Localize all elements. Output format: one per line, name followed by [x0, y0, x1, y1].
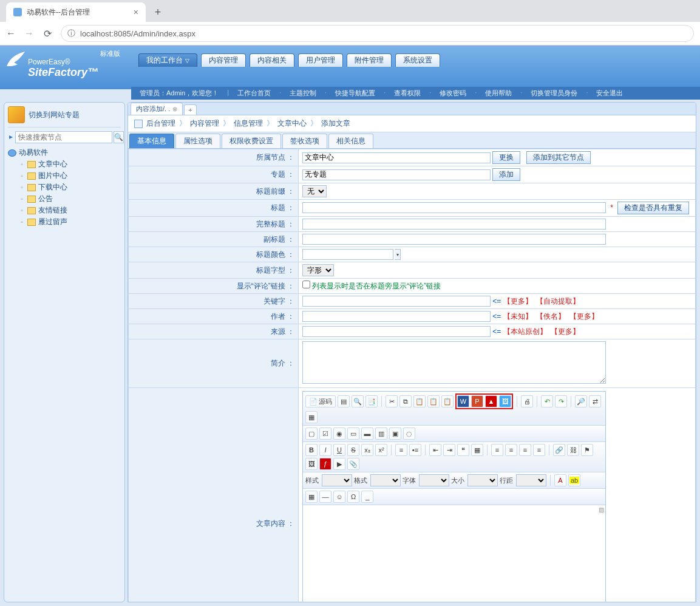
- div-icon[interactable]: ▦: [471, 444, 483, 456]
- indent-icon[interactable]: ⇥: [443, 444, 455, 456]
- word-import-icon[interactable]: W: [457, 395, 469, 407]
- close-icon[interactable]: ⊗: [172, 106, 177, 112]
- paste-text-icon[interactable]: 📋: [427, 395, 440, 407]
- subtitle-input[interactable]: [302, 234, 606, 245]
- title-input[interactable]: [302, 202, 606, 213]
- bold-icon[interactable]: B: [305, 444, 318, 456]
- ol-icon[interactable]: ≡: [395, 444, 407, 456]
- image-import-icon[interactable]: 🖼: [499, 395, 511, 407]
- node-input[interactable]: [302, 152, 491, 163]
- tab-related[interactable]: 相关信息: [328, 134, 373, 148]
- italic-icon[interactable]: I: [319, 444, 331, 456]
- template-icon[interactable]: 📑: [365, 395, 378, 407]
- paste-word-icon[interactable]: 📋: [441, 395, 454, 407]
- sub-icon[interactable]: x₂: [361, 444, 373, 456]
- textfield-icon[interactable]: ▭: [347, 427, 359, 440]
- mainnav-attach[interactable]: 附件管理: [347, 53, 392, 67]
- align-center-icon[interactable]: ≡: [505, 444, 517, 456]
- fulltitle-input[interactable]: [302, 219, 606, 230]
- paste-icon[interactable]: 📋: [413, 395, 426, 407]
- table-icon[interactable]: ▦: [305, 491, 318, 503]
- strike-icon[interactable]: S: [347, 444, 359, 456]
- sup-icon[interactable]: x²: [375, 444, 387, 456]
- anon-link[interactable]: 【佚名】: [536, 312, 565, 321]
- size-select[interactable]: [467, 474, 498, 486]
- font-select2[interactable]: [419, 474, 449, 486]
- selectall-icon[interactable]: ▦: [305, 411, 318, 423]
- specialchar-icon[interactable]: Ω: [347, 491, 359, 503]
- home-icon[interactable]: [134, 120, 143, 128]
- doc-tab-add[interactable]: +: [184, 104, 196, 115]
- format-select[interactable]: [370, 474, 401, 486]
- auto-extract-link[interactable]: 【自动提取】: [536, 297, 580, 305]
- replace-node-button[interactable]: 更换: [492, 151, 520, 164]
- tab-sign[interactable]: 签收选项: [282, 134, 327, 148]
- sb-link-help[interactable]: 使用帮助: [485, 89, 512, 98]
- attach-icon[interactable]: 📎: [347, 458, 359, 470]
- mainnav-content[interactable]: 内容管理: [201, 53, 246, 67]
- check-dup-button[interactable]: 检查是否具有重复: [617, 202, 689, 214]
- bc-item[interactable]: 内容管理: [190, 118, 219, 129]
- image-icon[interactable]: 🖼: [305, 458, 318, 470]
- replace-icon[interactable]: ⇄: [589, 395, 601, 407]
- editor-content[interactable]: ▨: [303, 505, 605, 602]
- checkbox-icon[interactable]: ☑: [319, 427, 331, 440]
- tree-item[interactable]: ▫雁过留声: [19, 216, 121, 228]
- search-button[interactable]: 🔍: [114, 131, 124, 143]
- lh-select[interactable]: [516, 474, 546, 486]
- preview-icon[interactable]: 🔍: [352, 395, 364, 407]
- bc-item[interactable]: 文章中心: [277, 118, 307, 129]
- flash-icon[interactable]: ƒ: [319, 458, 331, 470]
- keywords-input[interactable]: [302, 296, 491, 307]
- bgcolor-icon[interactable]: ab: [568, 474, 580, 486]
- mainnav-workbench[interactable]: 我的工作台▽: [138, 53, 197, 67]
- add-topic-button[interactable]: 添加: [492, 168, 520, 181]
- address-bar[interactable]: ⓘ localhost:8085/Admin/index.aspx: [61, 25, 694, 42]
- color-picker-icon[interactable]: ▾: [395, 249, 401, 260]
- doc-tab[interactable]: 内容添加/. .⊗: [131, 103, 183, 115]
- tree-item[interactable]: ▫公告: [19, 193, 121, 205]
- redo-icon[interactable]: ↷: [555, 395, 567, 407]
- tree-item[interactable]: ▫下载中心: [19, 182, 121, 193]
- thissite-link[interactable]: 【本站原创】: [503, 327, 547, 336]
- ul-icon[interactable]: •≡: [409, 444, 421, 456]
- source-input[interactable]: [302, 326, 491, 337]
- more-link[interactable]: 【更多】: [503, 297, 532, 305]
- tab-basic[interactable]: 基本信息: [129, 134, 174, 148]
- sb-link-quicknav[interactable]: 快捷导航配置: [335, 89, 375, 98]
- more-link[interactable]: 【更多】: [569, 312, 599, 321]
- title-color-input[interactable]: [302, 249, 393, 260]
- align-right-icon[interactable]: ≡: [519, 444, 531, 456]
- tab-fee[interactable]: 权限收费设置: [222, 134, 281, 148]
- author-input[interactable]: [302, 311, 491, 322]
- button-icon[interactable]: ▣: [389, 427, 401, 440]
- newpage-icon[interactable]: ▤: [338, 395, 350, 407]
- show-comment-checkbox[interactable]: [302, 281, 310, 288]
- tree-root[interactable]: 动易软件: [8, 147, 121, 158]
- mainnav-user[interactable]: 用户管理: [298, 53, 343, 67]
- font-select[interactable]: 字形: [302, 264, 334, 276]
- outdent-icon[interactable]: ⇤: [429, 444, 441, 456]
- blockquote-icon[interactable]: ❝: [457, 444, 469, 456]
- ppt-import-icon[interactable]: P: [471, 395, 483, 407]
- sb-link-pwd[interactable]: 修改密码: [440, 89, 466, 98]
- add-other-node-button[interactable]: 添加到其它节点: [526, 151, 591, 164]
- tree-item[interactable]: ▫文章中心: [19, 158, 121, 170]
- anchor-icon[interactable]: ⚑: [581, 444, 593, 456]
- browser-tab[interactable]: 动易软件--后台管理 ×: [6, 2, 146, 22]
- form-icon[interactable]: ▢: [305, 427, 318, 440]
- node-search-input[interactable]: [15, 131, 112, 143]
- bc-item[interactable]: 后台管理: [146, 118, 175, 129]
- radio-icon[interactable]: ◉: [333, 427, 345, 440]
- cut-icon[interactable]: ✂: [386, 395, 398, 407]
- style-select[interactable]: [322, 474, 352, 486]
- textarea-icon[interactable]: ▬: [361, 427, 373, 440]
- unknown-link[interactable]: 【未知】: [503, 312, 532, 321]
- pagebreak-icon[interactable]: ⎯: [361, 491, 373, 503]
- select-icon[interactable]: ▥: [375, 427, 387, 440]
- prefix-select[interactable]: 无: [302, 185, 327, 197]
- link-icon[interactable]: 🔗: [553, 444, 565, 456]
- emoji-icon[interactable]: ☺: [333, 491, 345, 503]
- expand-all-icon[interactable]: ▸: [8, 131, 14, 143]
- media-icon[interactable]: ▶: [333, 458, 345, 470]
